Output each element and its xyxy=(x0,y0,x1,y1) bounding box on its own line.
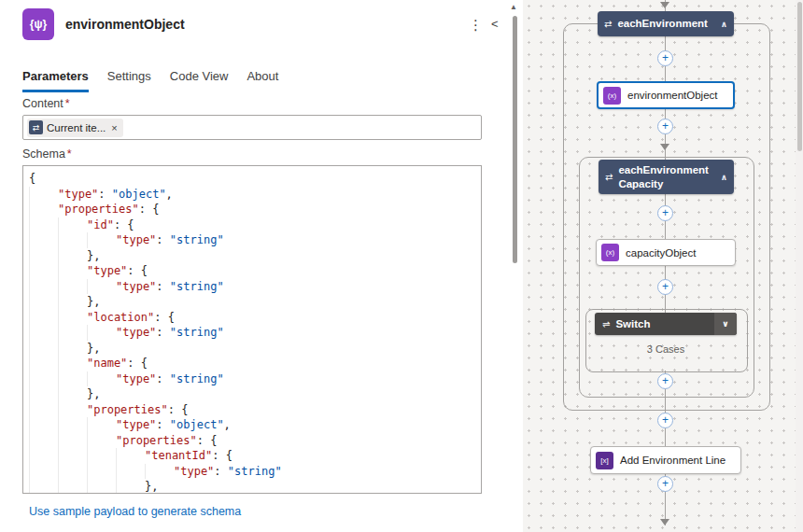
schema-line: }, xyxy=(29,386,481,402)
current-item-token[interactable]: ⇄ Current ite... × xyxy=(27,119,123,137)
more-options-button[interactable]: ⋮ xyxy=(465,15,486,35)
schema-line: }, xyxy=(29,248,481,264)
node-title: Add Environment Line xyxy=(620,455,726,466)
node-capacity-object[interactable]: (x) capacityObject xyxy=(596,239,736,266)
parse-json-icon: (x) xyxy=(603,87,621,105)
remove-token-button[interactable]: × xyxy=(111,122,117,133)
schema-label-text: Schema xyxy=(22,147,65,161)
insert-action-button[interactable]: + xyxy=(657,476,673,492)
schema-line: "type": "string" xyxy=(29,464,481,480)
schema-field-label: Schema* xyxy=(22,147,72,161)
collapse-chevron-icon[interactable]: ∧ xyxy=(721,20,727,29)
canvas-scrollbar[interactable] xyxy=(796,0,803,532)
node-title: environmentObject xyxy=(627,90,718,101)
schema-line: "type": "object", xyxy=(29,187,481,203)
variable-icon: [x] xyxy=(596,452,613,469)
schema-line: "type": { xyxy=(29,263,481,279)
schema-line: }, xyxy=(29,341,481,357)
switch-cases-count: 3 Cases xyxy=(585,343,746,355)
content-label-text: Content xyxy=(22,97,63,110)
insert-action-button[interactable]: + xyxy=(657,413,673,428)
schema-line: "properties": { xyxy=(29,433,481,449)
parse-json-action-icon: {ψ} xyxy=(22,8,54,40)
tab-code-view[interactable]: Code View xyxy=(170,69,229,92)
tab-settings[interactable]: Settings xyxy=(107,69,151,92)
content-input[interactable]: ⇄ Current ite... × xyxy=(22,115,482,140)
expand-chevron-icon[interactable]: ∨ xyxy=(714,313,737,335)
tab-about[interactable]: About xyxy=(247,69,278,92)
schema-code-editor[interactable]: {"type": "object","properties": {"id": {… xyxy=(22,165,482,494)
schema-line: "id": { xyxy=(29,217,481,233)
switch-icon: ⇌ xyxy=(602,319,610,329)
required-asterisk: * xyxy=(65,97,70,110)
node-switch[interactable]: ⇌ Switch ∨ xyxy=(595,313,737,335)
collapse-panel-button[interactable]: < xyxy=(487,15,502,33)
required-asterisk: * xyxy=(67,147,72,161)
tab-bar: Parameters Settings Code View About xyxy=(22,69,278,92)
schema-line: "type": "string" xyxy=(29,232,481,248)
scope-header-each-environment-capacity[interactable]: ⇄ eachEnvironmentCapacity ∧ xyxy=(599,160,734,194)
schema-line: "type": "object", xyxy=(29,417,481,433)
content-field-label: Content* xyxy=(22,97,70,110)
scrollbar-up-icon[interactable]: ▲ xyxy=(510,3,517,11)
parse-json-icon: (x) xyxy=(601,244,619,261)
schema-line: }, xyxy=(29,479,481,494)
for-each-icon: ⇄ xyxy=(604,19,612,29)
schema-line: "type": "string" xyxy=(29,371,481,387)
node-title: capacityObject xyxy=(626,247,696,259)
for-each-token-icon: ⇄ xyxy=(29,120,43,134)
node-add-environment-line[interactable]: [x] Add Environment Line xyxy=(590,446,741,474)
generate-schema-link[interactable]: Use sample payload to generate schema xyxy=(29,505,241,518)
insert-action-button[interactable]: + xyxy=(657,205,673,221)
scope-title: eachEnvironmentCapacity xyxy=(618,163,710,191)
schema-line: }, xyxy=(29,294,481,310)
panel-scrollbar[interactable]: ▲ xyxy=(507,0,521,532)
panel-title: environmentObject xyxy=(65,17,185,32)
collapse-chevron-icon[interactable]: ∧ xyxy=(721,173,727,182)
node-environment-object[interactable]: (x) environmentObject xyxy=(597,81,735,109)
node-title: Switch xyxy=(615,318,650,329)
schema-line: "properties": { xyxy=(29,202,481,217)
schema-line: "name": { xyxy=(29,356,481,371)
for-each-icon: ⇄ xyxy=(605,172,613,182)
canvas-scrollbar-thumb[interactable] xyxy=(797,2,802,151)
schema-line: "properties": { xyxy=(29,402,481,418)
schema-line: "location": { xyxy=(29,310,481,326)
insert-action-button[interactable]: + xyxy=(657,50,673,66)
schema-line: "tenantId": { xyxy=(29,448,481,464)
tab-parameters[interactable]: Parameters xyxy=(22,69,89,92)
insert-action-button[interactable]: + xyxy=(657,279,673,295)
flow-canvas[interactable]: ⇄ eachEnvironment ∧ + (x) environmentObj… xyxy=(523,0,803,532)
schema-line: "type": "string" xyxy=(29,279,481,295)
schema-line: "type": "string" xyxy=(29,325,481,341)
scope-header-each-environment[interactable]: ⇄ eachEnvironment ∧ xyxy=(598,11,734,36)
scope-title: eachEnvironment xyxy=(617,17,708,31)
flow-arrow-icon xyxy=(660,2,669,8)
schema-line: { xyxy=(29,171,481,187)
insert-action-button[interactable]: + xyxy=(657,373,673,389)
panel-scrollbar-thumb[interactable] xyxy=(513,16,517,263)
insert-action-button[interactable]: + xyxy=(657,119,673,134)
token-label: Current ite... xyxy=(47,122,106,133)
action-config-panel: {ψ} environmentObject ⋮ < Parameters Set… xyxy=(0,0,523,532)
flow-arrow-icon xyxy=(660,519,669,525)
